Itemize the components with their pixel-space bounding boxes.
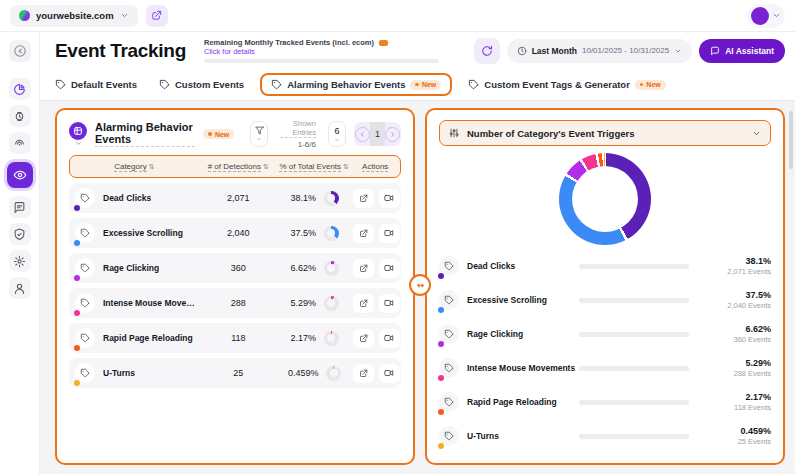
tab-custom-events[interactable]: Custom Events <box>159 79 244 90</box>
sidebar-item-privacy[interactable] <box>9 223 31 245</box>
open-details-button[interactable] <box>353 189 374 208</box>
details-link[interactable]: Click for details <box>204 47 444 56</box>
sliders-icon <box>449 128 459 138</box>
date-range: 10/01/2025 - 10/31/2025 <box>582 46 669 55</box>
category-color-dot <box>74 380 80 386</box>
percent-value: 6.62% <box>290 263 316 273</box>
category-color-dot <box>438 307 444 313</box>
category-icon <box>439 426 459 446</box>
view-recordings-button[interactable] <box>379 259 400 278</box>
view-recordings-button[interactable] <box>379 329 400 348</box>
panel-type-selector[interactable] <box>69 122 87 147</box>
external-link-icon <box>359 264 368 273</box>
tag-icon <box>159 79 170 90</box>
category-icon <box>439 256 459 276</box>
date-range-picker[interactable]: Last Month 10/01/2025 - 10/31/2025 <box>507 39 693 63</box>
external-link-icon <box>151 10 162 21</box>
category-color-dot <box>74 240 80 246</box>
date-preset: Last Month <box>532 46 577 56</box>
current-page[interactable]: 1 <box>370 122 385 146</box>
external-link-icon <box>359 299 368 308</box>
panel-resize-handle[interactable] <box>409 274 431 296</box>
category-icon <box>75 223 95 243</box>
column-detections[interactable]: # of Detections⇅ <box>199 162 278 172</box>
percent-value: 37.5% <box>290 228 316 238</box>
gear-icon <box>13 255 26 268</box>
open-site-button[interactable] <box>146 5 168 27</box>
column-actions: Actions <box>350 162 400 172</box>
ai-assistant-button[interactable]: AI Assistant <box>699 39 785 63</box>
sort-icon[interactable]: ⇅ <box>149 163 155 171</box>
eye-tracking-icon <box>13 168 27 182</box>
domain-selector[interactable]: yourwebsite.com <box>10 5 138 27</box>
donut-chart <box>559 153 651 245</box>
open-details-button[interactable] <box>353 329 374 348</box>
sidebar-item-feedback[interactable] <box>9 196 31 218</box>
sidebar-item-recordings[interactable] <box>9 132 31 154</box>
column-category[interactable]: Category⇅ <box>70 162 199 172</box>
legend-bar <box>579 434 689 439</box>
percent-value: 5.29% <box>290 298 316 308</box>
chevron-down-icon <box>752 129 761 138</box>
view-recordings-button[interactable] <box>379 294 400 313</box>
shield-check-icon <box>13 228 26 241</box>
open-details-button[interactable] <box>353 294 374 313</box>
category-color-dot <box>74 310 80 316</box>
sidebar-item-settings[interactable] <box>9 250 31 272</box>
category-icon <box>75 258 95 278</box>
detections-value: 360 <box>198 263 278 273</box>
sidebar-collapse-button[interactable] <box>9 40 31 62</box>
view-recordings-button[interactable] <box>379 224 400 243</box>
sort-icon[interactable]: ⇅ <box>343 163 349 171</box>
chevron-down-icon <box>75 140 82 147</box>
category-icon <box>75 293 95 313</box>
view-recordings-button[interactable] <box>379 189 400 208</box>
refresh-button[interactable] <box>474 38 500 64</box>
tab-custom-event-tags-generator[interactable]: Custom Event Tags & Generator New <box>468 79 665 90</box>
chevron-down-icon <box>256 136 262 142</box>
prev-page-button[interactable] <box>354 122 370 146</box>
page-size-select[interactable]: 6 <box>328 121 346 147</box>
sidebar-item-history[interactable] <box>9 105 31 127</box>
category-color-dot <box>438 443 444 449</box>
watch-icon <box>13 110 26 123</box>
legend-events: 2,040 Events <box>689 301 771 310</box>
account-menu[interactable] <box>747 4 785 28</box>
legend-bar <box>579 400 689 405</box>
scrollbar-thumb[interactable] <box>789 111 793 169</box>
category-color-dot <box>74 345 80 351</box>
legend-percent: 37.5% <box>689 290 771 300</box>
chevron-down-icon <box>772 11 781 20</box>
filter-button[interactable] <box>250 121 268 147</box>
next-page-button[interactable] <box>385 122 401 146</box>
legend-percent: 0.459% <box>689 426 771 436</box>
chevron-left-icon <box>359 131 366 138</box>
open-details-button[interactable] <box>353 259 374 278</box>
tracked-events-badge <box>379 40 388 46</box>
category-color-dot <box>438 273 444 279</box>
category-icon <box>439 290 459 310</box>
donut-hole <box>572 166 638 232</box>
pie-chart-icon <box>13 83 26 96</box>
sort-icon[interactable]: ⇅ <box>263 163 269 171</box>
user-icon <box>13 282 26 295</box>
collapse-icon <box>13 44 27 58</box>
legend-name: Intense Mouse Movements <box>467 363 579 373</box>
sidebar-item-dashboard[interactable] <box>9 78 31 100</box>
new-badge: New <box>635 80 666 90</box>
tab-alarming-behavior-events[interactable]: Alarming Behavior Events New <box>260 73 452 96</box>
sidebar-item-account[interactable] <box>9 277 31 299</box>
tab-label: Default Events <box>71 79 137 90</box>
open-details-button[interactable] <box>353 224 374 243</box>
category-name: Rapid Page Reloading <box>103 333 193 343</box>
chart-metric-dropdown[interactable]: Number of Category's Event Triggers <box>439 120 771 146</box>
category-icon <box>439 358 459 378</box>
mini-donut <box>324 226 339 241</box>
tab-default-events[interactable]: Default Events <box>55 79 137 90</box>
column-percent[interactable]: % of Total Events⇅ <box>278 162 351 172</box>
domain-label: yourwebsite.com <box>36 10 114 21</box>
legend-events: 2,071 Events <box>689 267 771 276</box>
view-recordings-button[interactable] <box>379 364 400 383</box>
sidebar-item-event-tracking[interactable] <box>7 162 33 188</box>
open-details-button[interactable] <box>353 364 374 383</box>
